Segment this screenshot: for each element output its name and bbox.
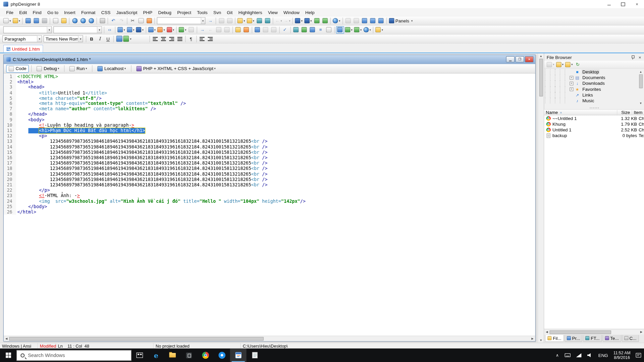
globe-add-icon[interactable] — [87, 17, 95, 24]
menu-go-to[interactable]: Go to — [44, 8, 61, 16]
scroll-left-icon[interactable]: ◀ — [4, 336, 9, 341]
code-view-button[interactable]: Code — [6, 65, 29, 72]
code-editor[interactable]: 1<!DOCTYPE HTML>2<html>3 <head>4 <title>… — [4, 74, 535, 336]
paste-icon[interactable] — [145, 17, 153, 24]
align-justify-button[interactable] — [176, 35, 184, 43]
menu-javascript[interactable]: JavaScript — [113, 8, 140, 16]
split-vertical-icon[interactable] — [369, 17, 377, 24]
doc-template-icon[interactable]: ▾ — [147, 26, 157, 34]
menu-insert[interactable]: Insert — [61, 8, 78, 16]
menu-debug[interactable]: Debug — [155, 8, 174, 16]
tree-item-links[interactable]: ↗Links — [545, 92, 638, 98]
indent-increase-button[interactable] — [198, 35, 206, 43]
panel-close-icon[interactable]: × — [637, 55, 642, 60]
action-center-button[interactable] — [633, 349, 644, 362]
validate-icon[interactable]: ▾ — [178, 26, 187, 34]
taskbar-app-file-explorer[interactable] — [164, 349, 181, 362]
snippet-search-icon[interactable]: ▾ — [303, 17, 313, 24]
taskbar-app-notepad[interactable] — [247, 349, 263, 362]
move-file-icon[interactable] — [60, 17, 68, 24]
task-view-button[interactable] — [131, 349, 148, 362]
align-left-button[interactable] — [151, 35, 159, 43]
cascade-windows-icon[interactable] — [377, 17, 385, 24]
menu-git[interactable]: Git — [224, 8, 235, 16]
browser-icon[interactable]: ▾ — [332, 17, 341, 24]
menu-edit[interactable]: Edit — [16, 8, 30, 16]
bold-button[interactable]: B — [88, 35, 96, 43]
image-map-icon[interactable] — [253, 26, 261, 34]
volume-button[interactable] — [584, 349, 595, 362]
scroll-up-icon[interactable]: ▲ — [538, 53, 544, 59]
run-button[interactable]: Run▾ — [67, 65, 90, 72]
child-minimize-button[interactable]: ▁ — [506, 56, 515, 62]
start-button[interactable] — [0, 349, 16, 362]
fb-refresh-icon[interactable]: ↻ — [574, 61, 582, 68]
clock-button[interactable]: 11:52 AM 8/9/2016 — [611, 350, 633, 360]
paragraph-style-combo[interactable]: Paragraph ▾ — [2, 35, 42, 42]
scrollbar-thumb[interactable] — [549, 330, 611, 334]
code-tags-icon[interactable]: ‹› — [106, 26, 114, 34]
editor-window-titlebar[interactable]: C:\Users\Hieu\Desktop\Untitled 1.htm * ▁… — [4, 55, 535, 64]
taskbar-app-phpdesigner[interactable] — [230, 349, 247, 362]
highlighter-profile-button[interactable]: PHP + XHTML + CSS + JavaScript▾ — [134, 65, 218, 72]
pilcrow-button[interactable]: ¶ — [187, 35, 195, 43]
child-close-button[interactable]: × — [525, 56, 534, 62]
menu-help[interactable]: Help — [303, 8, 318, 16]
panels-button[interactable]: Panels▾ — [388, 17, 414, 24]
touch-keyboard-button[interactable] — [562, 349, 573, 362]
file-row[interactable]: ~~Untitled 11.32 KBChr — [544, 115, 644, 121]
taskbar-app-edge[interactable]: e — [148, 349, 164, 362]
network-button[interactable] — [573, 349, 584, 362]
minimize-button[interactable] — [602, 0, 616, 8]
tree-item-documents[interactable]: +▤Documents — [545, 75, 638, 80]
tab-code-explorer[interactable]: C... — [622, 335, 639, 342]
scrollbar-thumb[interactable] — [9, 337, 264, 341]
style-combo[interactable]: ▾ — [3, 26, 52, 33]
history-icon[interactable]: ▾ — [135, 26, 145, 34]
tray-expand-button[interactable]: ∧ — [553, 349, 562, 362]
package-icon[interactable]: ▾ — [363, 26, 372, 34]
table-wizard-icon[interactable]: ▾ — [117, 26, 126, 34]
checkbox-icon[interactable]: ✓ — [281, 26, 289, 34]
tab-ftp[interactable]: FT... — [583, 335, 602, 342]
close-button[interactable]: × — [630, 0, 644, 8]
maximize-button[interactable] — [616, 0, 630, 8]
menu-view[interactable]: View — [265, 8, 280, 16]
editor-horizontal-scrollbar[interactable]: ◀ ▶ — [4, 336, 535, 341]
go-icon[interactable]: → — [206, 17, 214, 24]
align-center-button[interactable] — [159, 35, 167, 43]
sync-download-icon[interactable] — [313, 17, 321, 24]
align-right-button[interactable] — [168, 35, 176, 43]
preview-icon[interactable] — [336, 26, 344, 34]
language-button[interactable]: ENG — [595, 349, 611, 362]
table-insert-icon[interactable] — [308, 26, 316, 34]
tree-item-favorites[interactable]: +★Favorites — [545, 86, 638, 92]
italic-button[interactable]: I — [96, 35, 104, 43]
panel-splitter[interactable] — [544, 107, 644, 109]
tree-vertical-scrollbar[interactable]: ▲ ▼ — [638, 69, 644, 106]
script-combo[interactable]: ▾ — [53, 26, 102, 33]
signature-icon[interactable] — [242, 26, 250, 34]
font-family-combo[interactable]: Times New Roma ▾ — [44, 35, 83, 42]
pin-icon[interactable] — [631, 55, 635, 60]
taskbar-app-app-blue[interactable] — [214, 349, 230, 362]
menu-tools[interactable]: Tools — [194, 8, 211, 16]
menu-format[interactable]: Format — [78, 8, 98, 16]
tab-untitled-1[interactable]: Untitled 1.htm — [3, 45, 43, 52]
template-edit-icon[interactable]: ▾ — [375, 26, 384, 34]
indent-icon[interactable]: → — [198, 26, 206, 34]
hand-icon[interactable] — [234, 26, 242, 34]
tab-projects[interactable]: Pr... — [564, 335, 583, 342]
child-restore-button[interactable]: ❐ — [516, 56, 524, 62]
tab-file-browser[interactable]: Fil... — [545, 335, 564, 342]
filter-folder-icon[interactable]: ▾ — [246, 17, 255, 24]
taskbar-search-input[interactable]: Search Windows — [16, 350, 131, 361]
snippet-add-icon[interactable]: ▾ — [294, 17, 304, 24]
scrollbar-thumb[interactable] — [639, 74, 643, 88]
expand-icon[interactable]: + — [570, 87, 573, 91]
tab-templates[interactable]: Te... — [602, 335, 621, 342]
globe-open-icon[interactable] — [71, 17, 79, 24]
filter-icon[interactable]: ▾ — [236, 17, 246, 24]
save-icon[interactable] — [24, 17, 32, 24]
menu-css[interactable]: CSS — [98, 8, 113, 16]
